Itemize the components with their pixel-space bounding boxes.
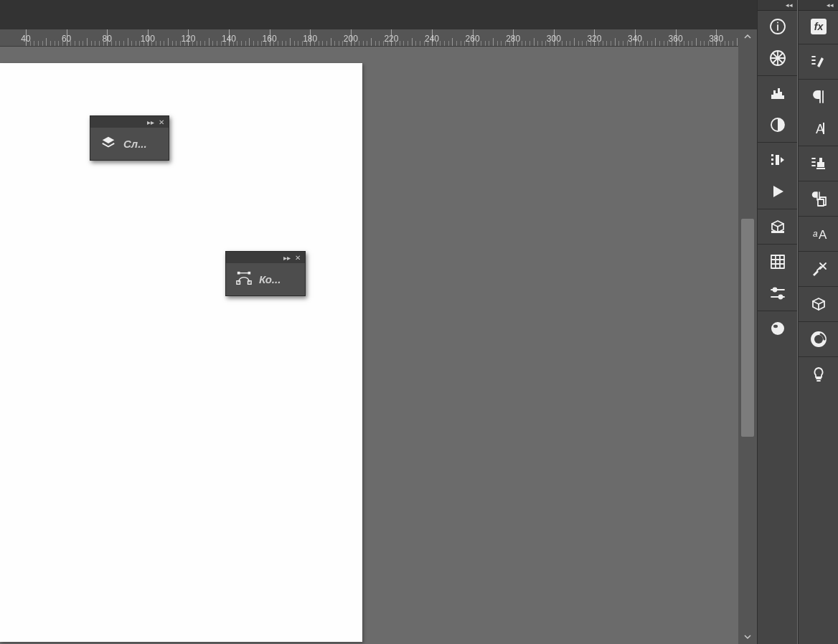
top-bar	[0, 0, 757, 29]
brush-list-icon[interactable]	[799, 46, 838, 77]
scroll-up-icon[interactable]	[738, 29, 757, 44]
ruler-tick-label: 320	[587, 34, 601, 44]
ruler-tick-label: 280	[506, 34, 520, 44]
scrollbar-thumb[interactable]	[741, 219, 754, 437]
eyedropper-cross-icon[interactable]	[799, 253, 838, 285]
sphere-icon[interactable]	[758, 313, 797, 344]
close-icon[interactable]: ✕	[159, 118, 164, 126]
vertical-scrollbar[interactable]	[738, 29, 757, 644]
compass-icon[interactable]	[758, 42, 797, 74]
svg-text:fx: fx	[814, 21, 824, 32]
horizontal-ruler[interactable]: 4060801001201401601802002202402602803003…	[0, 29, 757, 47]
layers-icon	[100, 135, 116, 153]
ruler-tick-label: 200	[344, 34, 358, 44]
character-style-icon[interactable]: aA	[799, 218, 838, 250]
ruler-tick-label: 120	[181, 34, 195, 44]
ruler-tick-label: 360	[669, 34, 683, 44]
svg-point-24	[771, 322, 784, 335]
cube-icon[interactable]	[799, 288, 838, 320]
ruler-tick-label: 260	[466, 34, 480, 44]
paragraph-copy-icon[interactable]	[799, 183, 838, 214]
paragraph-icon[interactable]	[799, 81, 838, 113]
floating-panel-paths[interactable]: ▸▸ ✕ Ко...	[225, 251, 306, 296]
info-icon[interactable]	[758, 11, 797, 42]
ruler-tick-label: 380	[709, 34, 723, 44]
ruler-tick-label: 140	[222, 34, 236, 44]
svg-rect-14	[771, 231, 784, 233]
ruler-tick-label: 80	[103, 34, 112, 44]
cc-icon[interactable]	[799, 323, 838, 355]
bulb-icon[interactable]	[799, 359, 838, 390]
3d-icon[interactable]	[758, 211, 797, 242]
panel-label: Сл...	[123, 138, 147, 150]
dock-column-1: ◂◂	[757, 0, 797, 644]
artboard[interactable]	[0, 63, 362, 642]
svg-rect-36	[816, 168, 825, 169]
ruler-tick-label: 220	[384, 34, 398, 44]
panel-label: Ко...	[259, 273, 281, 285]
svg-point-25	[773, 325, 778, 328]
collapse-panel-icon[interactable]: ▸▸	[147, 118, 154, 126]
paths-icon	[236, 270, 252, 288]
svg-rect-15	[771, 255, 784, 268]
svg-point-46	[814, 335, 823, 344]
play-icon[interactable]	[758, 176, 797, 207]
svg-point-21	[773, 288, 776, 292]
svg-rect-11	[771, 163, 773, 165]
ruler-tick-label: 240	[425, 34, 439, 44]
svg-rect-9	[771, 154, 773, 156]
fx-icon[interactable]: fx	[799, 11, 838, 42]
text-cursor-icon[interactable]: A	[799, 113, 838, 144]
collapse-panel-icon[interactable]: ▸▸	[283, 254, 291, 262]
dock-column-2: ◂◂ fxAaA	[798, 0, 838, 644]
scroll-down-icon[interactable]	[738, 630, 757, 644]
collapse-dock-button[interactable]: ◂◂	[758, 0, 797, 11]
grid-icon[interactable]	[758, 246, 797, 278]
svg-point-23	[778, 295, 782, 299]
close-icon[interactable]: ✕	[295, 254, 301, 262]
actions-icon[interactable]	[758, 144, 797, 176]
ruler-tick-label: 100	[141, 34, 155, 44]
ruler-tick-label: 300	[547, 34, 561, 44]
collapse-dock-button[interactable]: ◂◂	[799, 0, 838, 11]
svg-text:a: a	[813, 229, 818, 239]
svg-rect-12	[776, 155, 779, 165]
contrast-icon[interactable]	[758, 109, 797, 141]
floating-panel-layers[interactable]: ▸▸ ✕ Сл...	[90, 115, 169, 161]
stamp-list-icon[interactable]	[799, 148, 838, 179]
svg-rect-38	[818, 199, 824, 206]
svg-text:A: A	[819, 228, 827, 242]
svg-rect-10	[771, 158, 773, 161]
ruler-tick-label: 340	[628, 34, 642, 44]
ruler-tick-label: 180	[303, 34, 317, 44]
sliders-icon[interactable]	[758, 278, 797, 309]
histogram-icon[interactable]	[758, 77, 797, 109]
ruler-tick-label: 160	[263, 34, 277, 44]
svg-point-2	[777, 22, 778, 24]
